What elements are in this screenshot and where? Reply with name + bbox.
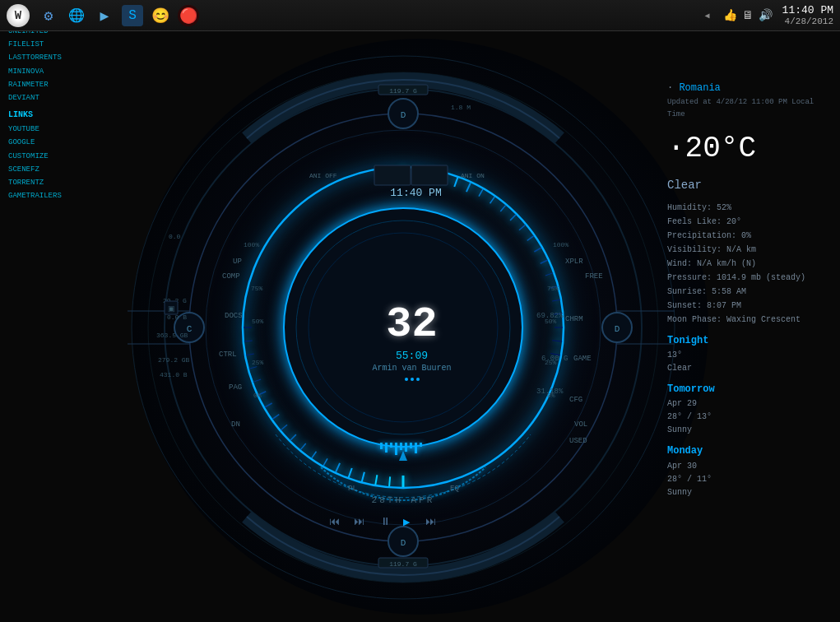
sidebar-scenefz[interactable]: SCENEFZ (8, 163, 62, 176)
sidebar-rainmeter[interactable]: RAINMETER (8, 78, 62, 91)
sidebar-lasttorrents[interactable]: LASTTORRENTS (8, 51, 62, 64)
date-display: 4/28/2012 (782, 16, 833, 26)
track-time: 55:09 (372, 350, 451, 362)
ring-time: 11:40 PM (390, 187, 441, 199)
start-button[interactable]: W (7, 4, 30, 27)
tray-arrow[interactable]: ◀ (705, 11, 710, 21)
weather-updated: Updated at 4/28/12 11:00 PM Local Time (667, 96, 832, 120)
main-area: D C D D 119.7 G 119.7 G ANI OFF (0, 31, 840, 622)
weather-condition: Clear (667, 176, 832, 194)
weather-tomorrow-label: Tomorrow (667, 382, 832, 397)
emoji-icon[interactable]: 😊 (150, 5, 171, 26)
time-display: 11:40 PM (782, 4, 833, 16)
weather-monday-label: Monday (667, 443, 832, 459)
dot-3 (415, 378, 419, 381)
monitor-icon[interactable]: 🖥 (742, 9, 754, 22)
sidebar-customize[interactable]: CUSTOMIZE (8, 149, 62, 162)
center-display: 32 55:09 Armin van Buuren (372, 304, 451, 381)
sidebar-google[interactable]: GOOGLE (8, 136, 62, 149)
sidebar-mininova[interactable]: MININOVA (8, 64, 62, 77)
weather-tomorrow-detail: Apr 29 28° / 13° Sunny (667, 397, 832, 437)
weather-monday-detail: Apr 30 28° / 11° Sunny (667, 460, 832, 499)
volume-icon[interactable]: 🔊 (759, 8, 773, 22)
system-tray: 👍 🖥 🔊 (723, 8, 773, 22)
sidebar-youtube[interactable]: YOUTUBE (8, 123, 62, 136)
system-icon[interactable]: ⚙ (38, 5, 59, 26)
weather-panel: · Romania Updated at 4/28/12 11:00 PM Lo… (667, 81, 832, 499)
weather-tonight-label: Tonight (667, 333, 832, 349)
sidebar-filelist[interactable]: FILELIST (8, 38, 62, 51)
weather-location: · Romania (667, 81, 832, 96)
sidebar-gametrailers[interactable]: GAMETRAILERS (8, 189, 62, 202)
sidebar-left: UNLIMITED FILELIST LASTTORRENTS MININOVA… (8, 25, 62, 202)
dot-2 (410, 378, 413, 381)
app-icon[interactable]: 🔴 (178, 5, 199, 26)
browser-icon[interactable]: 🌐 (66, 5, 87, 26)
sidebar-links-title: LINKS (8, 108, 62, 123)
sidebar-torrentz[interactable]: TORRENTZ (8, 176, 62, 189)
taskbar-icons: ⚙ 🌐 ▶ S 😊 🔴 (38, 5, 199, 26)
weather-detail: Humidity: 52% Feels Like: 20° Precipitat… (667, 201, 832, 327)
artist-name: Armin van Buuren (372, 364, 451, 373)
ring-time-text: 11:40 PM (390, 187, 441, 199)
skype-icon[interactable]: S (122, 5, 143, 26)
dot-1 (404, 378, 407, 381)
sidebar-deviant[interactable]: DEVIANT (8, 91, 62, 104)
clock: 11:40 PM 4/28/2012 (782, 4, 833, 26)
media-icon[interactable]: ▶ (94, 5, 115, 26)
taskbar-right: ◀ 👍 🖥 🔊 11:40 PM 4/28/2012 (705, 4, 833, 26)
weather-temp: ·20°C (667, 125, 832, 173)
weather-tonight-detail: 13° Clear (667, 349, 832, 375)
thumb-icon[interactable]: 👍 (723, 8, 737, 22)
bpm-number: 32 (372, 304, 451, 346)
dot-indicators (372, 378, 451, 381)
taskbar: W ⚙ 🌐 ▶ S 😊 🔴 ◀ 👍 🖥 🔊 11:40 PM 4/28/2012 (0, 0, 840, 31)
